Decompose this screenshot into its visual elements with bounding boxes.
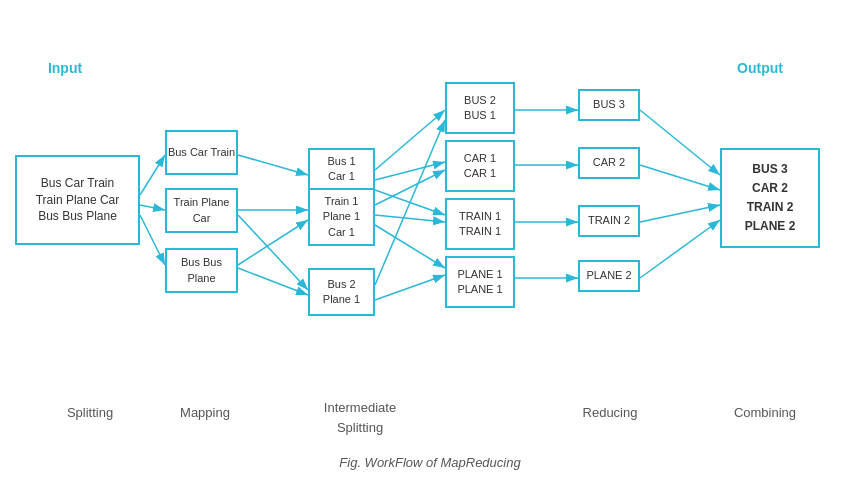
svg-line-11: [375, 190, 445, 215]
map2-box: Train Plane Car: [165, 188, 238, 233]
inter2-box: CAR 1CAR 1: [445, 140, 515, 192]
reduce1-box: BUS 3: [578, 89, 640, 121]
svg-line-9: [375, 110, 445, 170]
svg-line-1: [140, 155, 165, 195]
inter1-box: BUS 2BUS 1: [445, 82, 515, 134]
svg-line-24: [640, 220, 720, 278]
inter4-box: PLANE 1PLANE 1: [445, 256, 515, 308]
svg-line-16: [375, 275, 445, 300]
svg-line-14: [375, 225, 445, 268]
diagram: Input Bus Car TrainTrain Plane CarBus Bu…: [0, 0, 857, 500]
combining-label: Combining: [720, 405, 810, 420]
map3-box: Bus Bus Plane: [165, 248, 238, 293]
map1-box: Bus Car Train: [165, 130, 238, 175]
svg-line-10: [375, 162, 445, 180]
input-box: Bus Car TrainTrain Plane CarBus Bus Plan…: [15, 155, 140, 245]
svg-line-21: [640, 110, 720, 175]
reduce3-box: TRAIN 2: [578, 205, 640, 237]
reduce4-box: PLANE 2: [578, 260, 640, 292]
intermediate-splitting-label: IntermediateSplitting: [310, 398, 410, 437]
svg-line-22: [640, 165, 720, 190]
svg-line-12: [375, 170, 445, 205]
svg-line-13: [375, 215, 445, 222]
svg-line-2: [140, 205, 165, 210]
svg-line-3: [140, 215, 165, 265]
svg-line-23: [640, 205, 720, 222]
reducing-label: Reducing: [570, 405, 650, 420]
split2-box: Train 1Plane 1Car 1: [308, 188, 375, 246]
svg-line-4: [238, 155, 308, 175]
figure-caption: Fig. WorkFlow of MapReducing: [280, 455, 580, 470]
split3-box: Bus 2Plane 1: [308, 268, 375, 316]
svg-line-15: [375, 120, 445, 285]
svg-line-6: [238, 215, 308, 290]
input-label: Input: [30, 60, 100, 76]
reduce2-box: CAR 2: [578, 147, 640, 179]
svg-line-8: [238, 268, 308, 295]
inter3-box: TRAIN 1TRAIN 1: [445, 198, 515, 250]
mapping-label: Mapping: [165, 405, 245, 420]
splitting-label: Splitting: [30, 405, 150, 420]
output-label: Output: [720, 60, 800, 76]
output-box: BUS 3CAR 2TRAIN 2PLANE 2: [720, 148, 820, 248]
svg-line-7: [238, 220, 308, 265]
